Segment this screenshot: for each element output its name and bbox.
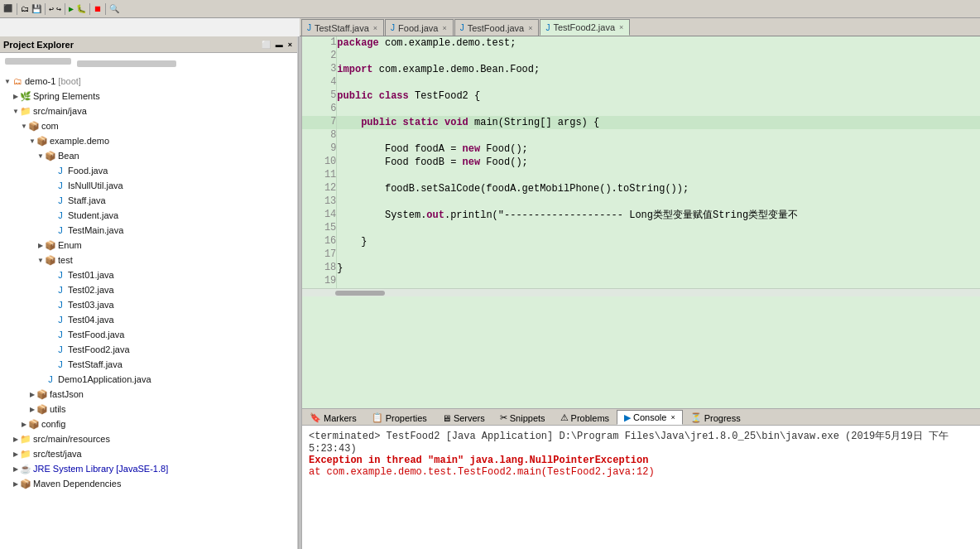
tree-icon-testmain: J (55, 224, 66, 236)
tab-close-testfood2[interactable]: × (618, 23, 624, 31)
tab-close-testfood[interactable]: × (527, 24, 533, 32)
tree-item-teststaff-file[interactable]: J TestStaff.java (0, 357, 297, 372)
tree-item-enum[interactable]: ▶ 📦 Enum (0, 238, 297, 253)
tab-testfood2[interactable]: J TestFood2.java × (540, 19, 630, 36)
tree-item-student[interactable]: J Student.java (0, 208, 297, 223)
tree-icon-demo1app: J (45, 373, 56, 385)
toolbar-icon-4[interactable]: ↩ (48, 4, 55, 14)
hscroll-thumb[interactable] (335, 291, 385, 296)
tree-item-fastjson[interactable]: ▶ 📦 fastJson (0, 387, 297, 402)
tree-arrow-maven[interactable]: ▶ (12, 479, 20, 488)
panel-maximize-btn[interactable]: ▬ (274, 41, 285, 49)
code-editor[interactable]: 1 package com.example.demo.test; 2 3 imp… (302, 36, 980, 408)
code-content-6 (337, 103, 980, 116)
tree-arrow-demo1[interactable]: ▼ (3, 77, 12, 85)
panel-close-btn[interactable]: × (286, 41, 294, 49)
toolbar-icon-search[interactable]: 🔍 (108, 4, 120, 14)
tab-teststaff[interactable]: J TestStaff.java × (301, 19, 384, 36)
tree-arrow-jre[interactable]: ▶ (12, 465, 20, 473)
tree-icon-test04: J (55, 314, 66, 325)
tab-snippets[interactable]: ✂ Snippets (492, 410, 553, 425)
tab-markers[interactable]: 🔖 Markers (302, 410, 364, 425)
tab-icon-food: J (391, 23, 395, 32)
code-line-13: 13 (302, 195, 980, 209)
tree-icon-srcmainresources: 📁 (20, 433, 31, 445)
tree-item-test02[interactable]: J Test02.java (0, 282, 297, 297)
tab-close-food[interactable]: × (441, 24, 447, 32)
tree-arrow-config[interactable]: ▶ (20, 420, 28, 428)
tab-console[interactable]: ▶ Console × (617, 410, 683, 425)
tree-arrow-srctestjava[interactable]: ▶ (12, 450, 20, 458)
tree-arrow-example-demo[interactable]: ▼ (28, 137, 36, 145)
tree-arrow-enum[interactable]: ▶ (36, 241, 45, 249)
tree-item-spring[interactable]: ▶ 🌿 Spring Elements (0, 89, 297, 104)
tree-item-testfood2-file[interactable]: J TestFood2.java (0, 342, 297, 357)
tree-item-jre[interactable]: ▶ ☕ JRE System Library [JavaSE-1.8] (0, 461, 297, 476)
tree-arrow-utils[interactable]: ▶ (28, 405, 36, 413)
tree-item-testmain[interactable]: J TestMain.java (0, 223, 297, 238)
tab-problems[interactable]: ⚠ Problems (553, 410, 617, 425)
code-line-9: 9 Food foodA = new Food(); (302, 142, 980, 156)
tree-item-srcmainjava[interactable]: ▼ 📁 src/main/java (0, 104, 297, 118)
tab-food[interactable]: J Food.java × (385, 19, 454, 36)
toolbar-icon-2[interactable]: 🗂 (20, 4, 30, 14)
toolbar-icon-stop[interactable]: ⏹ (93, 4, 103, 14)
code-content-5: public class TestFood2 { (337, 89, 980, 103)
tree-label-test01: Test01.java (68, 270, 114, 280)
tab-snippets-label: Snippets (510, 413, 545, 423)
tab-markers-label: Markers (324, 413, 357, 423)
tree-icon-config: 📦 (28, 418, 40, 430)
tab-servers[interactable]: 🖥 Servers (435, 410, 492, 425)
tree-icon-example-demo: 📦 (36, 135, 48, 147)
snippets-icon: ✂ (500, 412, 507, 423)
tree-item-demo1app[interactable]: J Demo1Application.java (0, 372, 297, 387)
tab-close-teststaff[interactable]: × (372, 24, 378, 32)
tree-label-demo1: demo-1 [boot] (25, 76, 81, 86)
line-num-15: 15 (302, 222, 337, 235)
tree-item-maven[interactable]: ▶ 📦 Maven Dependencies (0, 476, 297, 491)
code-line-2: 2 (302, 50, 980, 63)
tab-properties[interactable]: 📋 Properties (364, 410, 435, 425)
tab-label-teststaff: TestStaff.java (315, 23, 369, 33)
tree-item-test[interactable]: ▼ 📦 test (0, 253, 297, 267)
tree-arrow-srcmainresources[interactable]: ▶ (12, 435, 20, 443)
tree-item-com[interactable]: ▼ 📦 com (0, 118, 297, 133)
tree-item-isnullutil[interactable]: J IsNullUtil.java (0, 178, 297, 193)
tree-arrow-spring[interactable]: ▶ (12, 92, 20, 100)
panel-minimize-btn[interactable]: ⬜ (260, 41, 272, 49)
toolbar-icon-debug[interactable]: 🐛 (75, 4, 87, 14)
tree-item-example-demo[interactable]: ▼ 📦 example.demo (0, 133, 297, 148)
tree-item-demo1[interactable]: ▼ 🗂 demo-1 [boot] (0, 74, 297, 89)
tree-item-srctestjava[interactable]: ▶ 📁 src/test/java (0, 446, 297, 461)
tree-item-srcmainresources[interactable]: ▶ 📁 src/main/resources (0, 431, 297, 446)
toolbar-icon-1[interactable]: ⬛ (2, 4, 14, 13)
tree-arrow-test03 (46, 301, 55, 309)
toolbar-icon-run[interactable]: ▶ (68, 4, 74, 14)
tree-item-test01[interactable]: J Test01.java (0, 267, 297, 282)
panel-title-actions: ⬜ ▬ × (260, 41, 294, 49)
tab-close-console[interactable]: × (670, 413, 675, 421)
tree-item-bean[interactable]: ▼ 📦 Bean (0, 148, 297, 163)
tree-item-testfood-file[interactable]: J TestFood.java (0, 327, 297, 342)
tree-arrow-fastjson[interactable]: ▶ (28, 390, 36, 398)
code-line-6: 6 (302, 103, 980, 116)
code-table: 1 package com.example.demo.test; 2 3 imp… (302, 36, 980, 288)
code-content-4 (337, 76, 980, 89)
editor-hscroll[interactable] (302, 288, 980, 296)
toolbar-icon-3[interactable]: 💾 (31, 4, 42, 14)
console-icon: ▶ (624, 412, 631, 423)
tree-arrow-test[interactable]: ▼ (36, 256, 45, 264)
tree-arrow-com[interactable]: ▼ (20, 122, 28, 130)
tree-arrow-bean[interactable]: ▼ (36, 152, 45, 160)
toolbar-icon-5[interactable]: ↪ (55, 4, 62, 14)
tree-item-food-java[interactable]: J Food.java (0, 163, 297, 178)
tab-testfood[interactable]: J TestFood.java × (454, 19, 540, 36)
tab-progress[interactable]: ⏳ Progress (683, 410, 748, 425)
tree-arrow-srcmainjava[interactable]: ▼ (12, 107, 20, 115)
tree-item-test03[interactable]: J Test03.java (0, 297, 297, 312)
line-num-16: 16 (302, 235, 337, 248)
tree-item-staff[interactable]: J Staff.java (0, 193, 297, 208)
tree-item-test04[interactable]: J Test04.java (0, 312, 297, 327)
tree-item-utils[interactable]: ▶ 📦 utils (0, 402, 297, 417)
tree-item-config[interactable]: ▶ 📦 config (0, 417, 297, 431)
